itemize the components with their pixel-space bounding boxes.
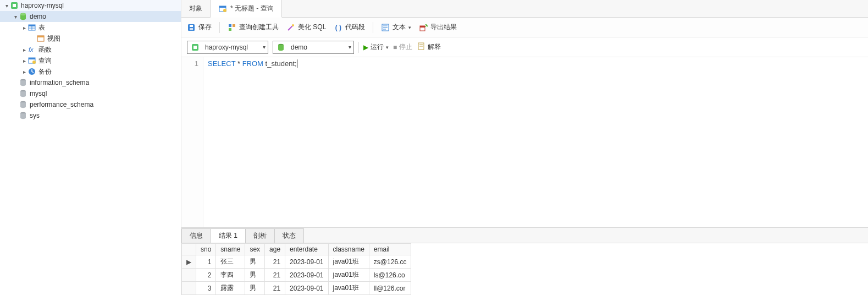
result-tab-info[interactable]: 信息 <box>181 228 211 243</box>
text-mode-button[interactable]: 文本 ▾ <box>381 23 411 32</box>
cell-sex[interactable]: 男 <box>245 255 265 269</box>
query-toolbar: 保存 查询创建工具 美化 SQL ( ) 代码段 文本 ▾ <box>181 18 868 37</box>
twisty-icon[interactable] <box>12 13 19 20</box>
sql-editor[interactable]: 1 SELECT * FROM t_student; <box>181 57 868 227</box>
twisty-icon[interactable] <box>21 57 27 64</box>
editor-tabs: 对象 * 无标题 - 查询 <box>181 0 868 18</box>
connection-selector[interactable]: haproxy-mysql ▾ <box>187 41 268 54</box>
column-header[interactable]: enterdate <box>285 244 328 255</box>
cell-sno[interactable]: 2 <box>196 269 216 282</box>
cell-sname[interactable]: 张三 <box>216 255 245 269</box>
export-result-button[interactable]: 导出结果 <box>419 23 457 32</box>
tree-database-other[interactable]: information_schema <box>0 77 181 88</box>
cell-sex[interactable]: 男 <box>245 282 265 295</box>
tab-label: 状态 <box>283 232 296 239</box>
button-label: 运行 <box>371 42 384 52</box>
svg-rect-12 <box>29 58 35 59</box>
tree-node-backups[interactable]: 备份 <box>0 66 181 77</box>
connection-icon <box>191 43 200 52</box>
node-label: 视图 <box>47 34 60 43</box>
cell-sex[interactable]: 男 <box>245 269 265 282</box>
column-header[interactable]: sname <box>216 244 245 255</box>
explain-button[interactable]: 解释 <box>417 42 441 52</box>
column-header[interactable]: age <box>265 244 285 255</box>
result-tab-result1[interactable]: 结果 1 <box>211 228 246 243</box>
save-button[interactable]: 保存 <box>187 23 212 32</box>
cell-classname[interactable]: java01班 <box>328 269 369 282</box>
wand-icon <box>286 23 295 32</box>
app-root: haproxy-mysql demo 表 视图 <box>0 0 868 295</box>
cell-sname[interactable]: 李四 <box>216 269 245 282</box>
tab-label: 对象 <box>189 4 202 13</box>
button-label: 代码段 <box>345 23 365 32</box>
button-label: 查询创建工具 <box>239 23 279 32</box>
result-tab-status[interactable]: 状态 <box>274 228 304 243</box>
cell-enterdate[interactable]: 2023-09-01 <box>285 282 328 295</box>
connection-tree[interactable]: haproxy-mysql demo 表 视图 <box>0 0 181 295</box>
tree-node-functions[interactable]: fx 函数 <box>0 44 181 55</box>
stop-icon: ■ <box>393 43 397 51</box>
node-label: 查询 <box>38 56 52 65</box>
tree-database-other[interactable]: sys <box>0 110 181 121</box>
beautify-sql-button[interactable]: 美化 SQL <box>286 23 326 32</box>
tree-database-other[interactable]: mysql <box>0 88 181 99</box>
node-label: 表 <box>38 23 45 32</box>
cell-enterdate[interactable]: 2023-09-01 <box>285 255 328 269</box>
result-grid[interactable]: sno sname sex age enterdate classname em… <box>181 243 868 295</box>
editor-code[interactable]: SELECT * FROM t_student; <box>203 57 868 227</box>
cell-classname[interactable]: java01班 <box>328 255 369 269</box>
cell-enterdate[interactable]: 2023-09-01 <box>285 269 328 282</box>
column-header[interactable]: sex <box>245 244 265 255</box>
query-builder-button[interactable]: 查询创建工具 <box>228 23 279 32</box>
table-row[interactable]: ▶ 1 张三 男 21 2023-09-01 java01班 zs@126.cc <box>182 255 411 269</box>
column-header[interactable]: sno <box>196 244 216 255</box>
cell-classname[interactable]: java01班 <box>328 282 369 295</box>
twisty-icon[interactable] <box>21 24 27 31</box>
cell-email[interactable]: ll@126.cor <box>369 282 411 295</box>
svg-rect-20 <box>219 6 226 8</box>
cell-sno[interactable]: 3 <box>196 282 216 295</box>
result-table[interactable]: sno sname sex age enterdate classname em… <box>181 243 411 295</box>
cell-sno[interactable]: 1 <box>196 255 216 269</box>
sql-identifier: t_student; <box>263 59 297 68</box>
cell-age[interactable]: 21 <box>265 269 285 282</box>
export-icon <box>419 23 428 32</box>
code-snippet-button[interactable]: ( ) 代码段 <box>334 23 365 32</box>
tree-connection[interactable]: haproxy-mysql <box>0 0 181 11</box>
button-label: 导出结果 <box>430 23 457 32</box>
tree-database-demo[interactable]: demo <box>0 11 181 22</box>
database-selector[interactable]: demo ▾ <box>273 41 354 54</box>
svg-rect-1 <box>13 4 16 7</box>
table-row[interactable]: 3 露露 男 21 2023-09-01 java01班 ll@126.cor <box>182 282 411 295</box>
tab-label: 信息 <box>190 232 203 239</box>
twisty-icon[interactable] <box>21 46 27 53</box>
chevron-down-icon[interactable]: ▾ <box>386 45 389 50</box>
connection-label: haproxy-mysql <box>21 2 64 9</box>
run-button[interactable]: ▶ 运行 ▾ <box>363 42 389 52</box>
tree-node-queries[interactable]: 查询 <box>0 55 181 66</box>
cell-sname[interactable]: 露露 <box>216 282 245 295</box>
tab-query[interactable]: * 无标题 - 查询 <box>211 0 282 18</box>
tree-database-other[interactable]: performance_schema <box>0 99 181 110</box>
row-pointer: ▶ <box>182 255 196 269</box>
cell-email[interactable]: ls@126.co <box>369 269 411 282</box>
column-header[interactable]: classname <box>328 244 369 255</box>
svg-point-13 <box>32 61 36 64</box>
run-bar: haproxy-mysql ▾ demo ▾ ▶ 运行 ▾ ■ 停止 解释 <box>181 37 868 57</box>
tree-node-views[interactable]: 视图 <box>0 33 181 44</box>
table-row[interactable]: 2 李四 男 21 2023-09-01 java01班 ls@126.co <box>182 269 411 282</box>
tab-objects[interactable]: 对象 <box>181 0 211 17</box>
column-header[interactable]: email <box>369 244 411 255</box>
chevron-down-icon: ▾ <box>408 25 411 30</box>
cell-age[interactable]: 21 <box>265 282 285 295</box>
cell-email[interactable]: zs@126.cc <box>369 255 411 269</box>
cell-age[interactable]: 21 <box>265 255 285 269</box>
database-icon <box>19 78 27 87</box>
text-icon <box>381 23 390 32</box>
database-label: sys <box>30 112 40 119</box>
twisty-icon[interactable] <box>21 68 27 75</box>
parentheses-icon: ( ) <box>334 23 342 32</box>
tree-node-tables[interactable]: 表 <box>0 22 181 33</box>
twisty-icon[interactable] <box>3 2 10 9</box>
result-tab-profile[interactable]: 剖析 <box>245 228 275 243</box>
